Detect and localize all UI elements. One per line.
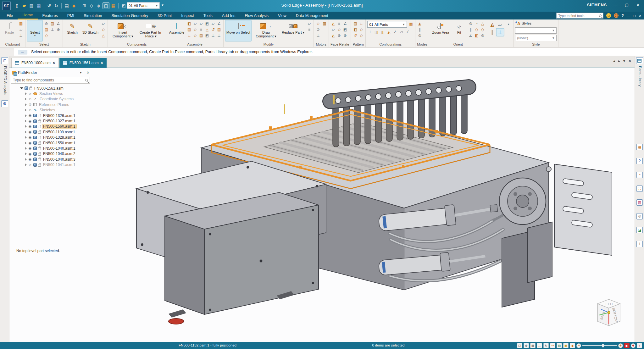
help-icon[interactable]: ? <box>621 14 624 18</box>
systematic-fill-icon[interactable]: ◇ <box>358 33 364 38</box>
fit-width-icon[interactable]: ↔ <box>537 343 542 348</box>
cut-icon[interactable]: ▦ <box>18 21 24 26</box>
visible-eye-icon[interactable]: ◉ <box>28 157 32 161</box>
adjustable-icon[interactable]: ⊙ <box>417 33 422 38</box>
tree-item-label[interactable]: FN500-1108.asm:1 <box>42 130 76 134</box>
expand-icon[interactable] <box>25 109 27 111</box>
select-filter-icon[interactable]: ⊙ <box>44 21 49 26</box>
select-zone-icon[interactable]: ∠ <box>405 29 410 35</box>
modes-icon[interactable]: ◭ <box>417 21 422 26</box>
3d-sketch-button[interactable]: ✎3D Sketch <box>81 20 100 42</box>
expand-icon[interactable] <box>25 125 27 128</box>
tree-item-label[interactable]: FN500-1560.asm:1 <box>42 124 76 129</box>
create-part-in-place-button[interactable]: ⊕Create Part In-Place ▾ <box>137 20 164 42</box>
select-options-icon[interactable]: ⊕ <box>56 27 61 32</box>
hidden-eye-icon[interactable]: ⊘ <box>28 108 32 112</box>
spin-about-icon[interactable]: ◇ <box>474 27 479 32</box>
tab-home[interactable]: Home <box>18 12 37 19</box>
zoom-sheet-icon[interactable]: ▤ <box>530 343 536 348</box>
tree-item-label[interactable]: FN500-1040.asm:2 <box>42 152 76 156</box>
select-button[interactable]: Select▾ <box>27 20 43 42</box>
tree-item-label[interactable]: Sketches <box>39 108 56 112</box>
view-cube[interactable]: LEFT BACK BOTTOM <box>590 297 628 332</box>
occurrence-properties-icon[interactable]: ∠ <box>216 21 222 26</box>
visible-eye-icon[interactable]: ◉ <box>28 119 32 123</box>
results-plot-icon[interactable]: ▨ <box>636 199 643 206</box>
image-capture-icon[interactable]: ◪ <box>636 227 643 233</box>
expand-icon[interactable] <box>25 98 27 100</box>
component-select-icon[interactable]: ▤ <box>50 21 55 26</box>
match-coordinate-systems-icon[interactable]: ⊥ <box>210 33 216 38</box>
select-box-icon[interactable]: ▤ <box>44 27 49 32</box>
tree-row[interactable]: ◉FN500-1040.asm:2 <box>11 151 92 157</box>
rotate-camera-icon[interactable]: ⊙ <box>480 33 485 38</box>
keypoints-icon[interactable]: △ <box>101 33 106 38</box>
duplicate-components-icon[interactable]: ◇ <box>358 27 364 32</box>
tab-file[interactable]: File <box>2 12 18 19</box>
palette-icon[interactable]: ∷ <box>636 186 643 192</box>
tree-row[interactable]: ◉FN500-1108.asm:1 <box>11 129 92 135</box>
arrangements-icon[interactable]: ▱ <box>399 29 404 35</box>
visible-edges-icon[interactable]: ◔ <box>504 21 512 28</box>
filter-icon[interactable]: ▼ <box>78 71 83 74</box>
tab-features[interactable]: Features <box>38 12 63 19</box>
expand-icon[interactable] <box>25 136 27 139</box>
format-painter-icon[interactable]: ⊥ <box>18 33 24 38</box>
tangent-icon[interactable]: ≡ <box>198 27 204 32</box>
view-map-icon[interactable]: ▧ <box>557 343 562 348</box>
expand-collapse-icon[interactable] <box>20 87 23 89</box>
floefd-icon[interactable]: F <box>1 57 8 64</box>
wireframe-icon[interactable]: ◭ <box>489 21 496 28</box>
face-style-dropdown[interactable]: ▼ <box>515 27 557 34</box>
tree-row[interactable]: ⊘✎Sketches <box>11 108 92 113</box>
tab-list-icon[interactable]: ▾ <box>623 59 625 63</box>
tab-simulation-geometry[interactable]: Simulation Geometry <box>107 12 153 19</box>
parts-library-icon[interactable] <box>636 57 643 64</box>
zoom-slider[interactable] <box>582 345 617 346</box>
motor-manager-icon[interactable]: ⊥ <box>315 33 321 38</box>
display-configurations-icon[interactable]: ◫ <box>374 29 379 35</box>
prev-tab-icon[interactable]: ◂ <box>613 59 615 63</box>
offset-relate-icon[interactable]: ◩ <box>342 27 348 32</box>
axial-align-icon[interactable]: ▱ <box>192 21 198 26</box>
hidden-eye-icon[interactable]: ⊘ <box>28 97 32 101</box>
tree-row[interactable]: ◉FN500-1326.asm:1 <box>11 113 92 118</box>
view-overrides-grid-icon[interactable]: △ <box>480 21 485 26</box>
probe-icon[interactable]: ⊙ <box>636 213 643 219</box>
pathfinder-search[interactable] <box>11 77 90 84</box>
record-icon[interactable] <box>631 343 636 348</box>
tree-row[interactable]: ◉FN500-1550.asm:1 <box>11 140 92 146</box>
visible-eye-icon[interactable]: ◉ <box>28 146 32 150</box>
tree-row[interactable]: ◉FN500-1040.asm:3 <box>11 157 92 162</box>
coincident-relate-icon[interactable]: ◭ <box>330 33 336 38</box>
simplify-icon[interactable]: ∥ <box>417 27 422 32</box>
visible-eye-icon[interactable]: ◉ <box>28 125 32 129</box>
visible-eye-icon[interactable]: ◉ <box>28 136 32 140</box>
close-icon[interactable]: ✕ <box>86 70 91 75</box>
tree-item-label[interactable]: FN500-1326.asm:1 <box>42 114 76 118</box>
fit-button[interactable]: Fit <box>451 20 467 42</box>
select-visible-icon[interactable]: ⊥ <box>50 27 55 32</box>
transfer-occurrence-icon[interactable]: ≡ <box>307 27 312 32</box>
close-icon[interactable]: × <box>53 61 55 65</box>
expand-icon[interactable] <box>25 120 27 122</box>
close-tab-icon[interactable]: ✕ <box>628 59 631 63</box>
zones-icon[interactable]: ∠ <box>392 29 398 35</box>
tree-row[interactable]: ⊘∠Coordinate Systems <box>11 97 92 102</box>
fit-status-icon[interactable]: ◱ <box>517 343 522 348</box>
3d-viewport[interactable]: LEFT BACK BOTTOM <box>9 68 635 342</box>
tree-item-label[interactable]: FN500-1041.asm:1 <box>42 163 76 167</box>
symmetric-relate-icon[interactable]: ⊕ <box>342 33 348 38</box>
look-at-face-icon[interactable]: ◔ <box>474 21 479 26</box>
expand-icon[interactable] <box>25 103 27 106</box>
happy-face-icon[interactable]: ☺ <box>606 13 611 18</box>
copy-icon[interactable]: ▱ <box>18 27 24 32</box>
assemble-button[interactable]: Assemble <box>168 20 186 42</box>
linear-motor-icon[interactable]: ⊙ <box>315 27 321 32</box>
tree-row-root[interactable]: FN500-1561.asm <box>11 86 92 91</box>
pathfinder-search-input[interactable] <box>13 78 83 82</box>
insert-relation-icon[interactable]: ◇ <box>192 27 198 32</box>
tree-item-label[interactable]: FN500-1040.asm:3 <box>42 157 76 162</box>
pattern-along-curve-icon[interactable]: ∟ <box>358 21 364 26</box>
video-help-icon[interactable]: ▶ <box>624 343 630 348</box>
